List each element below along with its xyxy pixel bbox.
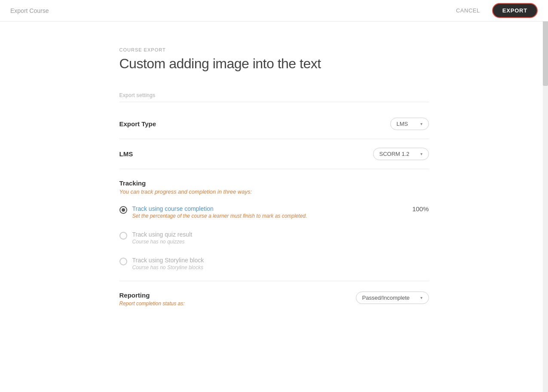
reporting-section: Reporting Report completion status as: P… [119,281,429,317]
lms-value: SCORM 1.2 [380,151,410,157]
header-actions: CANCEL EXPORT [451,3,538,18]
chevron-down-icon: ▾ [420,152,422,156]
reporting-subtitle: Report completion status as: [119,301,356,307]
tracking-option-course-completion: Track using course completion Set the pe… [119,205,429,219]
export-button[interactable]: EXPORT [492,3,538,18]
completion-percentage: 100% [407,205,429,213]
option-title-course-completion: Track using course completion [132,205,407,212]
section-label: COURSE EXPORT [119,47,429,52]
chevron-down-icon: ▾ [420,122,422,126]
export-type-label: Export Type [119,120,156,128]
option-content-quiz-result: Track using quiz result Course has no qu… [132,231,429,245]
reporting-value: Passed/Incomplete [362,295,410,301]
option-content-storyline: Track using Storyline block Course has n… [132,257,429,270]
page-header: COURSE EXPORT Custom adding image into t… [119,47,429,72]
header: Export Course CANCEL EXPORT [0,0,548,21]
option-title-quiz-result: Track using quiz result [132,231,429,238]
export-type-value: LMS [397,121,408,127]
reporting-left: Reporting Report completion status as: [119,292,356,307]
option-desc-storyline: Course has no Storyline blocks [132,264,429,270]
header-title: Export Course [10,7,49,14]
option-title-storyline: Track using Storyline block [132,257,429,264]
reporting-dropdown[interactable]: Passed/Incomplete ▾ [356,292,429,304]
lms-label: LMS [119,150,133,158]
option-content-course-completion: Track using course completion Set the pe… [132,205,407,219]
tracking-section: Tracking You can track progress and comp… [119,169,429,281]
radio-quiz-result[interactable] [119,232,127,240]
export-type-row: Export Type LMS ▾ [119,109,429,139]
tracking-title: Tracking [119,179,429,187]
main-content: COURSE EXPORT Custom adding image into t… [111,21,438,343]
lms-dropdown[interactable]: SCORM 1.2 ▾ [373,148,429,160]
radio-course-completion[interactable] [119,206,127,214]
radio-storyline[interactable] [119,258,127,265]
export-type-dropdown[interactable]: LMS ▾ [390,118,429,130]
option-desc-quiz-result: Course has no quizzes [132,239,429,245]
option-desc-course-completion: Set the percentage of the course a learn… [132,213,407,219]
cancel-button[interactable]: CANCEL [451,5,485,16]
scrollbar[interactable] [543,0,548,392]
export-settings-section: Export settings Export Type LMS ▾ LMS SC… [119,92,429,169]
tracking-option-quiz-result: Track using quiz result Course has no qu… [119,231,429,245]
tracking-subtitle: You can track progress and completion in… [119,188,429,195]
course-title: Custom adding image into the text [119,56,429,72]
reporting-header: Reporting Report completion status as: P… [119,292,429,307]
tracking-option-storyline: Track using Storyline block Course has n… [119,257,429,270]
lms-row: LMS SCORM 1.2 ▾ [119,139,429,169]
export-settings-label: Export settings [119,92,429,102]
reporting-title: Reporting [119,292,356,299]
chevron-down-icon: ▾ [420,295,422,300]
